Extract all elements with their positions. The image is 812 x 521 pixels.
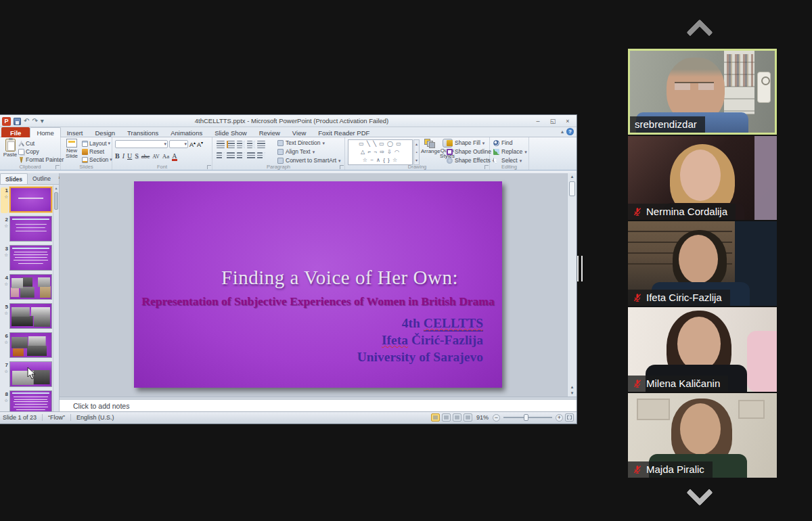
tab-insert[interactable]: Insert bbox=[61, 127, 89, 137]
minimize-ribbon-icon[interactable]: ▴ bbox=[561, 129, 564, 135]
shape-fill-button[interactable]: Shape Fill▾ bbox=[447, 139, 495, 148]
scrollbar-thumb[interactable] bbox=[569, 181, 575, 196]
section-button[interactable]: Section▾ bbox=[82, 156, 112, 163]
slide-credits[interactable]: 4th CELLTTS Ifeta Čirić-Fazlija Universi… bbox=[357, 315, 483, 365]
line-spacing-icon[interactable] bbox=[257, 141, 265, 148]
align-center-icon[interactable] bbox=[227, 152, 235, 160]
panel-resize-handle[interactable] bbox=[577, 256, 583, 281]
underline-button[interactable]: U bbox=[127, 152, 132, 160]
tab-transitions[interactable]: Transitions bbox=[121, 127, 164, 137]
title-bar[interactable]: P ↶ ↷ ▾ 4thCELLTTS.pptx - Microsoft Powe… bbox=[0, 115, 577, 127]
save-icon[interactable] bbox=[14, 118, 21, 125]
fit-to-window-button[interactable] bbox=[565, 413, 574, 422]
change-case-button[interactable]: Aa bbox=[162, 153, 170, 160]
font-color-button[interactable]: A bbox=[172, 153, 177, 161]
zoom-slider-thumb[interactable] bbox=[524, 414, 528, 421]
undo-icon[interactable]: ↶ bbox=[24, 117, 29, 125]
grow-font-button[interactable]: A▴ bbox=[189, 140, 196, 148]
font-name-combo[interactable]: ▾ bbox=[115, 140, 168, 148]
slide-editor[interactable]: Finding a Voice of Her Own: Representati… bbox=[60, 173, 567, 397]
tab-slide-show[interactable]: Slide Show bbox=[208, 127, 253, 137]
layout-button[interactable]: Layout▾ bbox=[82, 140, 110, 147]
reading-view-button[interactable] bbox=[453, 413, 461, 422]
slide-thumbnail-3[interactable]: 3☆ bbox=[1, 245, 53, 273]
restore-button[interactable]: ◱ bbox=[546, 116, 560, 125]
previous-slide-icon[interactable]: ▴ bbox=[568, 384, 577, 390]
participant-tile[interactable]: Milena Kaličanin bbox=[628, 307, 777, 392]
slide-thumbnail-1[interactable]: 1☆ bbox=[1, 187, 53, 214]
copy-button[interactable]: Copy bbox=[18, 148, 39, 155]
text-direction-button[interactable]: Text Direction▾ bbox=[277, 139, 341, 148]
close-button[interactable]: × bbox=[561, 116, 574, 125]
editor-scrollbar[interactable]: ▴ ▴ ▾ bbox=[567, 173, 577, 397]
dialog-launcher-icon[interactable] bbox=[207, 165, 211, 169]
shrink-font-button[interactable]: A▾ bbox=[197, 140, 203, 148]
redo-icon[interactable]: ↷ bbox=[32, 117, 37, 125]
powerpoint-icon[interactable]: P bbox=[2, 117, 11, 126]
character-spacing-button[interactable]: AV bbox=[152, 154, 160, 160]
slide-thumbnail-6[interactable]: 6☆ bbox=[1, 332, 53, 360]
find-button[interactable]: Find bbox=[493, 139, 527, 148]
replace-button[interactable]: Replace▾ bbox=[493, 148, 527, 156]
tab-foxit-reader-pdf[interactable]: Foxit Reader PDF bbox=[312, 127, 376, 137]
slide-thumbnail-8[interactable]: 8☆ bbox=[1, 390, 53, 411]
panel-scrollbar[interactable]: ▴ bbox=[53, 185, 59, 411]
slide-sorter-view-button[interactable] bbox=[442, 413, 451, 422]
tab-review[interactable]: Review bbox=[253, 127, 286, 137]
zoom-in-button[interactable]: + bbox=[556, 414, 563, 422]
slide-title[interactable]: Finding a Voice of Her Own: bbox=[134, 267, 502, 289]
slide-thumbnail-2[interactable]: 2☆ bbox=[1, 216, 53, 244]
normal-view-button[interactable] bbox=[431, 413, 440, 422]
zoom-slider[interactable] bbox=[503, 417, 552, 418]
participant-tile[interactable]: Majda Piralic bbox=[628, 393, 777, 478]
notes-pane[interactable]: Click to add notes bbox=[60, 399, 577, 411]
new-slide-button[interactable]: New Slide bbox=[63, 139, 81, 159]
dialog-launcher-icon[interactable] bbox=[340, 165, 344, 169]
align-left-icon[interactable] bbox=[217, 152, 225, 160]
increase-indent-icon[interactable] bbox=[247, 141, 255, 148]
italic-button[interactable]: I bbox=[122, 152, 125, 160]
numbering-icon[interactable] bbox=[227, 141, 235, 148]
zoom-level[interactable]: 91% bbox=[474, 414, 491, 421]
next-slide-icon[interactable]: ▾ bbox=[568, 390, 577, 396]
arrange-button[interactable]: Arrange bbox=[421, 139, 438, 154]
font-size-combo[interactable]: ▾ bbox=[169, 140, 188, 148]
bullets-icon[interactable] bbox=[217, 141, 225, 148]
tab-home[interactable]: Home bbox=[30, 127, 60, 137]
shapes-gallery[interactable]: ▭ ╲ ╲ ▭ ◯ ▭ △ ⌐ ¬ ⇨ ⇩ ◠ ☆ ~ ∧ { } ☆ bbox=[348, 139, 413, 165]
help-icon[interactable]: ? bbox=[566, 128, 574, 135]
tab-file[interactable]: File bbox=[1, 127, 30, 137]
dialog-launcher-icon[interactable] bbox=[55, 165, 60, 169]
participant-tile[interactable]: Nermina Cordalija bbox=[628, 136, 777, 220]
slide-show-button[interactable] bbox=[464, 413, 472, 422]
tab-animations[interactable]: Animations bbox=[164, 127, 208, 137]
scroll-down-chevron-icon[interactable] bbox=[686, 479, 713, 506]
bold-button[interactable]: B bbox=[115, 152, 120, 160]
tab-view[interactable]: View bbox=[286, 127, 312, 137]
tab-design[interactable]: Design bbox=[89, 127, 121, 137]
shape-outline-button[interactable]: Shape Outline▾ bbox=[447, 148, 495, 156]
participant-tile[interactable]: srebrendizdar bbox=[628, 49, 777, 135]
dialog-launcher-icon[interactable] bbox=[484, 165, 489, 169]
paste-button[interactable]: Paste bbox=[1, 139, 19, 158]
slide-thumbnail-4[interactable]: 4☆ bbox=[1, 274, 53, 302]
slide-thumbnail-5[interactable]: 5☆ bbox=[1, 303, 53, 331]
cut-button[interactable]: Cut bbox=[18, 140, 35, 147]
text-shadow-button[interactable]: S bbox=[135, 152, 139, 160]
minimize-button[interactable]: – bbox=[531, 116, 545, 125]
zoom-out-button[interactable]: − bbox=[493, 414, 500, 422]
language-indicator[interactable]: English (U.S.) bbox=[71, 414, 120, 421]
current-slide[interactable]: Finding a Voice of Her Own: Representati… bbox=[134, 181, 502, 388]
customize-toolbar-icon[interactable]: ▾ bbox=[41, 117, 44, 125]
panel-tab-slides[interactable]: Slides bbox=[0, 173, 28, 184]
justify-icon[interactable] bbox=[247, 152, 255, 160]
strikethrough-button[interactable]: abc bbox=[141, 153, 150, 160]
scroll-up-chevron-icon[interactable] bbox=[686, 19, 713, 46]
panel-tab-outline[interactable]: Outline bbox=[28, 173, 55, 184]
align-right-icon[interactable] bbox=[237, 152, 245, 160]
reset-button[interactable]: Reset bbox=[82, 148, 104, 155]
align-text-button[interactable]: Align Text▾ bbox=[277, 148, 341, 156]
columns-icon[interactable] bbox=[257, 152, 265, 160]
slide-subtitle[interactable]: Representation of Subjective Experiences… bbox=[134, 294, 502, 309]
participant-tile[interactable]: Ifeta Ciric-Fazlija bbox=[628, 221, 777, 306]
